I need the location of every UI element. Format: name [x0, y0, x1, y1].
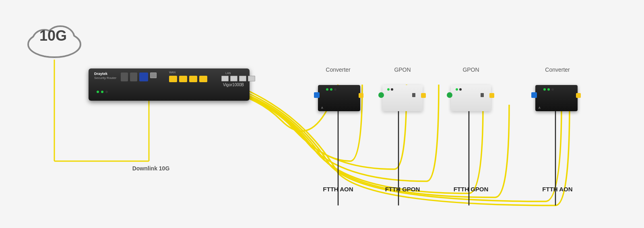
wan-port-2: [179, 76, 187, 82]
wires-svg: [0, 0, 644, 228]
gpon2-power-port: [481, 93, 484, 97]
led-o: [551, 88, 554, 91]
gpon1-device: [382, 85, 423, 111]
converter1-bottom-label: FTTH AON: [314, 186, 362, 193]
converter2-leds: [543, 88, 554, 91]
led-c: [334, 88, 336, 91]
led-p: [456, 88, 458, 91]
wan-port-3: [189, 76, 197, 82]
cloud-group: 10G: [24, 12, 85, 60]
gpon2-device: [451, 85, 491, 111]
led-q: [459, 88, 462, 91]
wan-text: WAN: [169, 71, 175, 74]
converter1-port-label: A: [321, 106, 323, 109]
sfp-port: [139, 73, 148, 81]
gpon2-eth-port: [489, 93, 494, 98]
led-y: [391, 88, 393, 91]
lan-port-1: [221, 76, 229, 81]
led-m: [543, 88, 546, 91]
front-panel-ports: [121, 73, 157, 81]
gpon1-leds: [387, 88, 393, 91]
gpon2-group: GPON FTTH GPON: [451, 79, 503, 92]
router-device: Draytek Security Router Vigor1000B WAN L…: [89, 68, 250, 101]
gpon2-bottom-label: FTTH GPON: [445, 186, 497, 193]
diagram-container: 10G Draytek Security Router Vigor1000B W…: [0, 0, 644, 228]
lan-ports-row: [221, 76, 255, 81]
converter1-label: Converter: [314, 66, 362, 73]
gpon1-label: GPON: [380, 66, 425, 73]
led-2: [101, 91, 103, 93]
wan-ports-row: [169, 76, 207, 82]
status-leds: [97, 91, 108, 93]
usb-port: [121, 73, 128, 81]
rj45-port: [150, 73, 157, 78]
converter2-label: Converter: [533, 66, 582, 73]
converter1-device: A: [318, 85, 360, 111]
converter2-group: Converter A FTTH AON: [535, 79, 588, 92]
gpon1-eth-port: [421, 93, 426, 98]
led-3: [105, 91, 108, 93]
lan-port-4: [248, 76, 255, 81]
gpon2-label: GPON: [449, 66, 493, 73]
led-a: [326, 88, 328, 91]
lan-port-2: [230, 76, 237, 81]
cloud-label: 10G: [39, 27, 67, 44]
converter2-device: A: [535, 85, 578, 111]
lan-text: LAN: [225, 72, 231, 75]
gpon1-fiber-port: [378, 92, 384, 98]
converter1-fiber-port: [314, 92, 320, 98]
converter1-eth-port: [359, 93, 363, 98]
led-x: [387, 88, 390, 91]
led-1: [97, 91, 99, 93]
gpon1-bottom-label: FTTH GPON: [378, 186, 427, 193]
gpon1-power-port: [412, 93, 415, 97]
led-n: [547, 88, 550, 91]
downlink-label: Downlink 10G: [125, 165, 177, 172]
lan-port-3: [239, 76, 246, 81]
converter2-port-label: A: [539, 106, 541, 109]
gpon1-group: GPON FTTH GPON: [382, 79, 431, 92]
converter2-bottom-label: FTTH AON: [531, 186, 584, 193]
converter1-leds: [326, 88, 336, 91]
router-model: Vigor1000B: [223, 83, 244, 87]
converter1-group: Converter A FTTH AON: [318, 79, 366, 92]
lan-label-area: LAN: [225, 72, 231, 75]
converter2-eth-port: [576, 93, 581, 98]
wan-port-4: [199, 76, 207, 82]
gpon2-leds: [456, 88, 462, 91]
wan-port-1: [169, 76, 177, 82]
led-b: [330, 88, 332, 91]
router-brand: Draytek Security Router: [94, 72, 116, 80]
usb-port2: [130, 73, 137, 81]
gpon2-fiber-port: [447, 92, 452, 98]
converter2-fiber-port: [531, 92, 537, 98]
